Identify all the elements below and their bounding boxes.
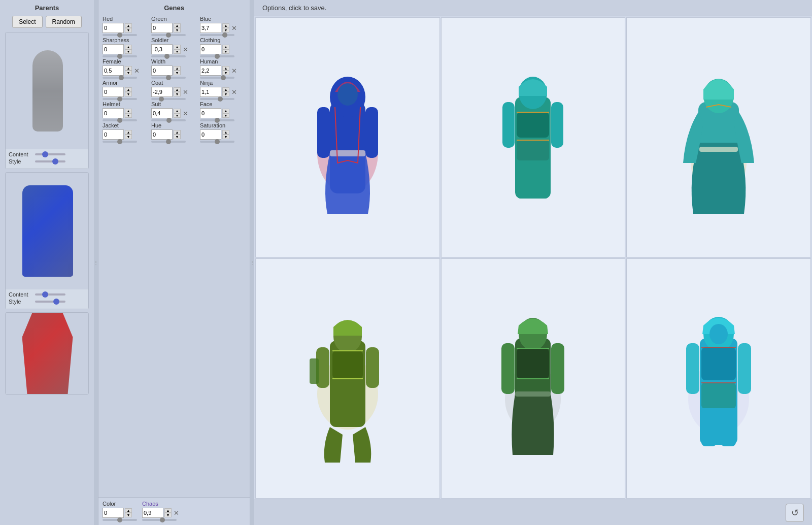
gene-spin-up-jacket[interactable]: ▲ (125, 130, 132, 135)
gene-spin-down-armor[interactable]: ▼ (125, 92, 132, 96)
gene-input-female[interactable] (103, 65, 124, 76)
gene-input-green[interactable] (151, 23, 173, 33)
gene-spin-up-armor[interactable]: ▲ (125, 87, 132, 92)
gene-x-coat[interactable]: ✕ (183, 88, 188, 96)
gene-input-coat[interactable] (151, 87, 173, 97)
gene-slider-female[interactable] (103, 77, 137, 79)
color-spin-down[interactable]: ▼ (125, 513, 132, 517)
gene-slider-soldier[interactable] (151, 55, 186, 57)
resize-handle-left[interactable]: ⋮ (94, 0, 98, 525)
gene-spin-down-helmet[interactable]: ▼ (125, 113, 132, 118)
gene-spin-up-human[interactable]: ▲ (222, 66, 229, 71)
gene-spin-down-blue[interactable]: ▼ (222, 28, 229, 32)
gene-x-soldier[interactable]: ✕ (183, 46, 188, 53)
refresh-button[interactable]: ↺ (786, 504, 804, 522)
gene-slider-clothing[interactable] (200, 55, 234, 57)
image-cell-1[interactable] (255, 17, 440, 257)
gene-spin-up-soldier[interactable]: ▲ (174, 45, 181, 49)
gene-spin-down-hue[interactable]: ▼ (174, 135, 181, 139)
gene-input-saturation[interactable] (200, 129, 221, 140)
gene-slider-blue[interactable] (200, 34, 234, 36)
gene-input-armor[interactable] (103, 87, 124, 97)
gene-input-jacket[interactable] (103, 129, 124, 140)
gene-spin-up-coat[interactable]: ▲ (174, 87, 181, 92)
style-slider-1[interactable] (35, 160, 65, 162)
image-cell-6[interactable] (626, 258, 811, 499)
gene-slider-suit[interactable] (151, 119, 186, 121)
gene-x-female[interactable]: ✕ (134, 67, 140, 75)
color-input[interactable] (103, 508, 124, 518)
parent-image-3[interactable] (6, 313, 89, 394)
gene-input-width[interactable] (151, 65, 173, 76)
gene-input-clothing[interactable] (200, 44, 221, 54)
image-cell-2[interactable] (441, 17, 626, 257)
gene-spin-up-sharpness[interactable]: ▲ (125, 45, 132, 49)
chaos-spin-up[interactable]: ▲ (164, 508, 172, 513)
content-slider-1[interactable] (35, 153, 65, 155)
random-button[interactable]: Random (46, 16, 82, 28)
gene-input-suit[interactable] (151, 108, 173, 118)
gene-input-ninja[interactable] (200, 87, 221, 97)
gene-spin-up-red[interactable]: ▲ (125, 23, 132, 28)
gene-slider-ninja[interactable] (200, 98, 234, 100)
gene-slider-armor[interactable] (103, 98, 137, 100)
gene-input-soldier[interactable] (151, 44, 173, 54)
gene-spin-down-sharpness[interactable]: ▼ (125, 49, 132, 54)
gene-input-sharpness[interactable] (103, 44, 124, 54)
content-slider-2[interactable] (35, 293, 65, 296)
image-cell-3[interactable] (626, 17, 811, 257)
gene-spin-up-suit[interactable]: ▲ (174, 109, 181, 113)
chaos-spin-down[interactable]: ▼ (164, 513, 172, 517)
gene-x-ninja[interactable]: ✕ (231, 88, 237, 96)
image-cell-5[interactable] (441, 258, 626, 499)
gene-spin-up-width[interactable]: ▲ (174, 66, 181, 71)
gene-x-human[interactable]: ✕ (231, 67, 237, 75)
gene-spin-up-ninja[interactable]: ▲ (222, 87, 229, 92)
gene-slider-hue[interactable] (151, 141, 186, 143)
gene-spin-up-hue[interactable]: ▲ (174, 130, 181, 135)
gene-spin-down-soldier[interactable]: ▼ (174, 49, 181, 54)
gene-spin-down-female[interactable]: ▼ (125, 71, 132, 75)
gene-spin-up-clothing[interactable]: ▲ (222, 45, 229, 49)
genes-scroll-area[interactable]: Red ▲ ▼ Green ▲ ▼ (98, 14, 250, 497)
parent-image-1[interactable] (6, 32, 89, 149)
gene-spin-up-female[interactable]: ▲ (125, 66, 132, 71)
gene-input-blue[interactable] (200, 23, 221, 33)
select-button[interactable]: Select (12, 16, 42, 28)
gene-spin-up-green[interactable]: ▲ (174, 23, 181, 28)
image-cell-4[interactable] (255, 258, 440, 499)
gene-spin-up-saturation[interactable]: ▲ (222, 130, 229, 135)
gene-spin-down-face[interactable]: ▼ (222, 113, 229, 118)
parent-image-2[interactable] (6, 173, 89, 289)
gene-x-suit[interactable]: ✕ (183, 110, 188, 117)
chaos-slider[interactable] (142, 519, 177, 521)
gene-spin-down-saturation[interactable]: ▼ (222, 135, 229, 139)
gene-slider-coat[interactable] (151, 98, 186, 100)
resize-handle-right[interactable]: ⋮ (250, 0, 254, 525)
gene-slider-jacket[interactable] (103, 141, 137, 143)
color-slider[interactable] (103, 519, 137, 521)
gene-spin-up-blue[interactable]: ▲ (222, 23, 229, 28)
gene-spin-down-human[interactable]: ▼ (222, 71, 229, 75)
gene-input-helmet[interactable] (103, 108, 124, 118)
gene-spin-down-clothing[interactable]: ▼ (222, 49, 229, 54)
gene-spin-down-suit[interactable]: ▼ (174, 113, 181, 118)
gene-spin-down-green[interactable]: ▼ (174, 28, 181, 32)
gene-slider-face[interactable] (200, 119, 234, 121)
gene-input-hue[interactable] (151, 129, 173, 140)
gene-x-blue[interactable]: ✕ (231, 24, 237, 32)
gene-spin-up-face[interactable]: ▲ (222, 109, 229, 113)
options-header[interactable]: Options, click to save. (254, 0, 812, 16)
gene-spin-down-jacket[interactable]: ▼ (125, 135, 132, 139)
gene-spin-down-coat[interactable]: ▼ (174, 92, 181, 96)
gene-slider-helmet[interactable] (103, 119, 137, 121)
gene-slider-red[interactable] (103, 34, 137, 36)
gene-slider-green[interactable] (151, 34, 186, 36)
gene-spin-down-red[interactable]: ▼ (125, 28, 132, 32)
gene-slider-sharpness[interactable] (103, 55, 137, 57)
gene-spin-down-width[interactable]: ▼ (174, 71, 181, 75)
gene-slider-human[interactable] (200, 77, 234, 79)
gene-input-red[interactable] (103, 23, 124, 33)
gene-spin-down-ninja[interactable]: ▼ (222, 92, 229, 96)
color-spin-up[interactable]: ▲ (125, 508, 132, 513)
